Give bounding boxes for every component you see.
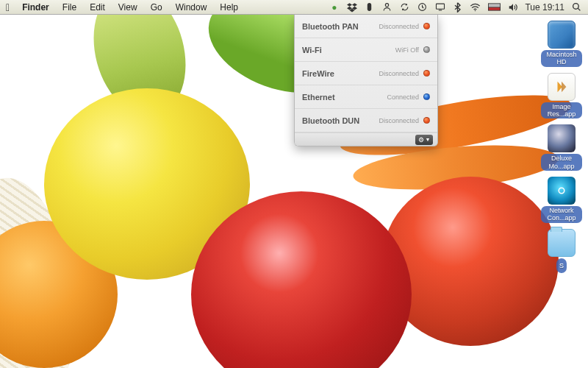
menu-bar:  Finder File Edit View Go Window Help ● xyxy=(0,0,588,15)
file-menu[interactable]: File xyxy=(56,2,83,13)
network-row-wifi[interactable]: Wi-Fi WiFi Off xyxy=(295,38,437,62)
help-menu[interactable]: Help xyxy=(213,2,245,13)
text-input-icon[interactable] xyxy=(487,1,501,13)
wallpaper-tomato xyxy=(382,177,559,346)
network-panel-footer: ⚙ ▼ xyxy=(295,132,437,146)
icon-label: Network Con...app xyxy=(541,206,582,223)
desktop-icon-folder-s[interactable]: S xyxy=(541,229,582,273)
time-machine-icon[interactable] xyxy=(417,1,428,13)
dropbox-icon[interactable] xyxy=(346,1,357,13)
icon-label: Macintosh HD xyxy=(541,50,582,67)
network-status: Disconnected xyxy=(379,23,419,30)
desktop-icon-image-res-app[interactable]: Image Res...app xyxy=(541,73,582,119)
desktop-icon-macintosh-hd[interactable]: Macintosh HD xyxy=(541,21,582,67)
moon-icon xyxy=(548,124,576,152)
sync-icon[interactable] xyxy=(399,1,410,13)
apple-menu-icon[interactable]:  xyxy=(6,2,10,13)
svg-rect-6 xyxy=(489,7,500,10)
network-name: Ethernet xyxy=(302,93,335,102)
app-menu[interactable]: Finder xyxy=(15,2,56,13)
go-menu[interactable]: Go xyxy=(144,2,169,13)
network-status: WiFi Off xyxy=(395,46,419,54)
menu-bar-clock[interactable]: Tue 19:11 xyxy=(525,2,564,13)
gear-dropdown-button[interactable]: ⚙ ▼ xyxy=(415,135,433,145)
icon-label: Image Res...app xyxy=(541,102,582,119)
gear-icon: ⚙ xyxy=(418,136,424,144)
evernote-icon[interactable] xyxy=(364,1,375,13)
app-icon xyxy=(548,73,576,101)
network-row-bluetooth-pan[interactable]: Bluetooth PAN Disconnected xyxy=(295,15,437,38)
desktop-icon-network-connect-app[interactable]: Network Con...app xyxy=(541,177,582,223)
status-dot-icon xyxy=(423,46,430,53)
network-row-bluetooth-dun[interactable]: Bluetooth DUN Disconnected xyxy=(295,109,437,132)
svg-point-3 xyxy=(475,10,476,11)
svg-rect-5 xyxy=(489,4,500,7)
svg-point-7 xyxy=(573,4,579,10)
status-dot-icon xyxy=(423,70,430,77)
icon-label: S xyxy=(556,258,567,273)
network-status: Disconnected xyxy=(379,117,419,124)
network-app-icon xyxy=(548,177,576,205)
desktop-icon-deluxe-moon-app[interactable]: Deluxe Mo...app xyxy=(541,124,582,171)
display-icon[interactable] xyxy=(434,1,445,13)
folder-icon xyxy=(548,229,576,257)
svg-rect-2 xyxy=(436,4,444,9)
status-dot-icon xyxy=(423,23,430,29)
svg-point-8 xyxy=(559,188,564,194)
window-menu[interactable]: Window xyxy=(169,2,214,13)
edit-menu[interactable]: Edit xyxy=(83,2,112,13)
network-name: Wi-Fi xyxy=(302,46,322,54)
svg-point-0 xyxy=(386,4,389,7)
spotlight-icon[interactable] xyxy=(571,1,582,13)
network-name: Bluetooth DUN xyxy=(302,116,359,125)
chevron-down-icon: ▼ xyxy=(426,137,431,142)
status-dot-icon xyxy=(423,93,430,100)
desktop-icons-column: Macintosh HD Image Res...app Deluxe Mo..… xyxy=(539,21,584,273)
status-dot-icon xyxy=(423,117,430,124)
network-status-panel: Bluetooth PAN Disconnected Wi-Fi WiFi Of… xyxy=(294,15,438,146)
icon-label: Deluxe Mo...app xyxy=(541,154,582,171)
volume-icon[interactable] xyxy=(507,1,518,13)
network-status: Connected xyxy=(387,93,419,101)
status-dot-icon[interactable]: ● xyxy=(329,1,340,13)
network-row-ethernet[interactable]: Ethernet Connected xyxy=(295,85,437,109)
bluetooth-icon[interactable] xyxy=(452,1,463,13)
network-name: FireWire xyxy=(302,69,334,78)
network-status: Disconnected xyxy=(379,70,419,77)
wifi-icon[interactable] xyxy=(470,1,481,13)
user-switch-icon[interactable] xyxy=(381,1,392,13)
network-row-firewire[interactable]: FireWire Disconnected xyxy=(295,62,437,85)
network-name: Bluetooth PAN xyxy=(302,22,359,31)
view-menu[interactable]: View xyxy=(112,2,144,13)
hard-drive-icon xyxy=(548,21,576,49)
